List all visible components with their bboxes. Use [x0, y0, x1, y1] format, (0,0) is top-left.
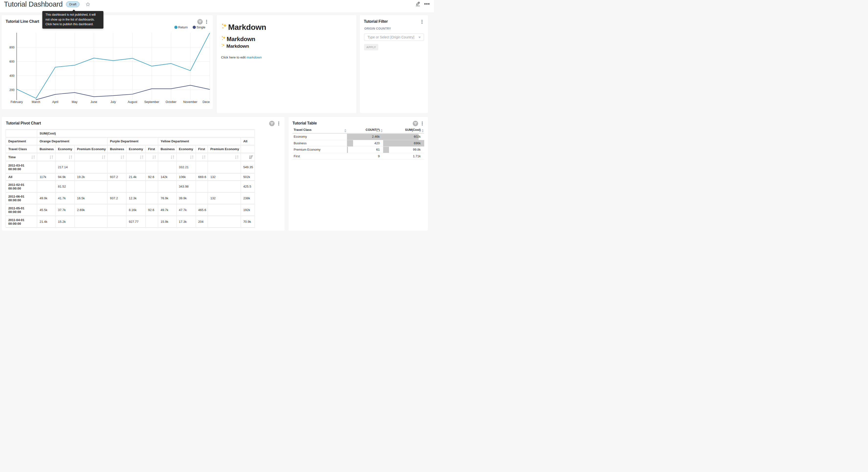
svg-text:200: 200 — [9, 88, 14, 92]
pivot-value-cell: 12.3k — [126, 193, 146, 204]
sort-toggle-icon[interactable] — [196, 153, 208, 161]
travel-class-cell: Economy — [292, 134, 347, 140]
pivot-class-header[interactable]: First — [196, 145, 208, 153]
pivot-class-header[interactable]: Business — [107, 145, 126, 153]
tooltip-line-3: Click here to publish this dashboard. — [45, 22, 100, 27]
column-header-count-[interactable]: COUNT(*) — [366, 128, 380, 133]
apply-button[interactable]: APPLY — [364, 44, 378, 50]
filter-card-title[interactable]: Tutorial Filter — [364, 19, 388, 24]
svg-text:600: 600 — [9, 60, 14, 63]
pivot-value-cell: 669.6 — [196, 173, 208, 181]
pivot-value-cell — [74, 181, 107, 193]
sort-toggle-icon[interactable] — [37, 153, 56, 161]
pivot-value-cell: 132 — [208, 193, 241, 204]
origin-country-label: ORIGIN COUNTRY — [364, 27, 391, 30]
pivot-dimension-label: Travel Class — [6, 145, 37, 153]
pivot-value-cell: 204 — [196, 216, 208, 228]
pivot-value-cell: 502k — [241, 173, 254, 181]
sort-toggle-icon[interactable] — [176, 153, 196, 161]
pivot-value-cell: 81.52 — [56, 181, 74, 193]
pivot-class-header[interactable]: Business — [37, 145, 56, 153]
pivot-value-cell: 45.5k — [37, 204, 56, 216]
pivot-chart-title[interactable]: Tutorial Pivot Chart — [6, 121, 41, 125]
pivot-class-header[interactable]: Premium Economy — [74, 145, 107, 153]
table-row[interactable]: Business420696k — [292, 140, 424, 147]
travel-class-cell: Business — [292, 140, 347, 147]
table-row[interactable]: Premium Economy6199.8k — [292, 147, 424, 153]
sort-toggle-icon[interactable] — [107, 153, 126, 161]
sort-toggle-icon[interactable] — [158, 153, 176, 161]
pivot-value-cell: 47.7k — [176, 204, 196, 216]
pivot-class-header[interactable]: Economy — [176, 145, 196, 153]
filter-scope-badge-icon[interactable] — [269, 121, 275, 126]
pivot-time-header[interactable]: Time — [6, 153, 37, 161]
markdown-paragraph: Click here to edit markdown — [221, 55, 262, 60]
pivot-value-cell: 76.9k — [158, 193, 176, 204]
line-chart-card: Tutorial Line Chart ReturnSingle 2004006… — [2, 15, 213, 109]
sort-descending-icon[interactable] — [241, 153, 254, 161]
table-row[interactable]: First91.71k — [292, 153, 424, 160]
sort-icon[interactable] — [380, 129, 383, 133]
pivot-value-cell: 425.5 — [241, 181, 254, 193]
kebab-menu-icon[interactable] — [277, 121, 280, 126]
pivot-value-cell: 132 — [208, 173, 241, 181]
data-table: Travel ClassCOUNT(*)SUM(Cost)Economy2.46… — [292, 128, 424, 159]
pivot-value-cell: 92.6 — [146, 204, 158, 216]
pivot-colgroup-header[interactable]: All — [241, 138, 254, 145]
pivot-row-label[interactable]: 2011-04-0100:00:00 — [6, 216, 37, 228]
pivot-row-label[interactable]: All — [6, 173, 37, 181]
pivot-row-label[interactable]: 2011-06-0100:00:00 — [6, 193, 37, 204]
count-cell: 61 — [347, 147, 383, 153]
pivot-value-cell: 17.3k — [176, 216, 196, 228]
sort-toggle-icon[interactable] — [74, 153, 107, 161]
sort-icon[interactable] — [422, 129, 424, 133]
pivot-class-header[interactable] — [241, 145, 254, 153]
pivot-class-header[interactable]: First — [146, 145, 158, 153]
sparkles-icon — [221, 35, 227, 43]
pivot-class-header[interactable]: Economy — [126, 145, 146, 153]
kebab-menu-icon[interactable] — [420, 19, 424, 25]
column-header-travel-class[interactable]: Travel Class — [293, 128, 311, 133]
pivot-class-header[interactable]: Business — [158, 145, 176, 153]
origin-country-select[interactable]: Type or Select [Origin Country] — [364, 33, 424, 41]
pivot-value-cell — [126, 161, 146, 173]
markdown-edit-link[interactable]: markdown — [246, 56, 261, 59]
markdown-card[interactable]: Markdown Markdown Markdown Click here to… — [217, 15, 356, 113]
markdown-h2: Markdown — [221, 35, 255, 43]
pivot-class-header[interactable]: Economy — [56, 145, 74, 153]
table-chart-title[interactable]: Tutorial Table — [292, 121, 317, 125]
count-cell: 9 — [347, 153, 383, 159]
table-row[interactable]: Economy2.46k602k — [292, 134, 424, 140]
ellipsis-menu-icon[interactable] — [424, 3, 430, 5]
sort-toggle-icon[interactable] — [208, 153, 241, 161]
pivot-value-cell: 142k — [158, 173, 176, 181]
edit-pencil-icon[interactable] — [415, 1, 420, 7]
pivot-value-cell: 37.7k — [56, 204, 74, 216]
sort-toggle-icon[interactable] — [56, 153, 74, 161]
filter-scope-badge-icon[interactable] — [413, 121, 418, 126]
pivot-value-cell — [146, 193, 158, 204]
sort-icon[interactable] — [344, 129, 346, 133]
pivot-corner-cell — [6, 129, 37, 138]
sum-cell: 696k — [383, 140, 424, 147]
pivot-colgroup-header[interactable]: Yellow Department — [158, 138, 241, 145]
column-header-sum-cost-[interactable]: SUM(Cost) — [405, 128, 421, 133]
sparkles-icon — [221, 43, 226, 49]
sort-toggle-icon[interactable] — [146, 153, 158, 161]
travel-class-cell: Premium Economy — [292, 147, 347, 153]
pivot-value-cell — [196, 193, 208, 204]
pivot-row-label[interactable]: 2011-02-0100:00:00 — [6, 181, 37, 193]
pivot-row-label[interactable]: 2011-05-0100:00:00 — [6, 204, 37, 216]
pivot-row-label[interactable]: 2011-03-0100:00:00 — [6, 161, 37, 173]
pivot-colgroup-header[interactable]: Purple Department — [107, 138, 158, 145]
pivot-class-header[interactable]: Premium Economy — [208, 145, 241, 153]
favorite-star-icon[interactable] — [85, 2, 90, 7]
draft-status-badge[interactable]: Draft — [66, 1, 80, 7]
line-chart-plot[interactable]: 200400600800FebruaryMarchAprilMayJuneJul… — [2, 15, 213, 109]
travel-class-cell: First — [292, 153, 347, 159]
pivot-value-cell — [107, 161, 126, 173]
sort-toggle-icon[interactable] — [126, 153, 146, 161]
kebab-menu-icon[interactable] — [421, 121, 424, 126]
pivot-colgroup-header[interactable]: Orange Department — [37, 138, 107, 145]
svg-text:September: September — [144, 100, 159, 104]
